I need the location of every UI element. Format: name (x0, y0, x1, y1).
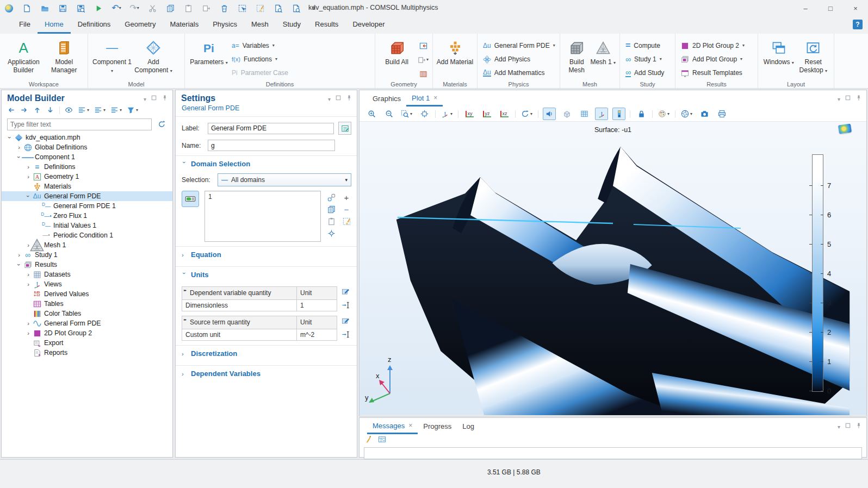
panel-pin[interactable] (855, 93, 862, 103)
tree-item-general-form-pde[interactable]: ›ΔuGeneral Form PDE (2, 191, 172, 201)
panel-pin[interactable] (346, 93, 352, 103)
find-button[interactable] (272, 3, 283, 14)
expand-icon[interactable]: › (24, 164, 32, 170)
zoom-in-button[interactable] (365, 108, 378, 120)
ribbon-windows-button[interactable]: Windows ▾ (761, 36, 796, 66)
edit-quantity-icon[interactable] (342, 317, 350, 327)
collapse-icon[interactable]: › (7, 134, 13, 141)
tree-item-general-form-pde[interactable]: ›General Form PDE (2, 318, 172, 328)
open-button[interactable] (39, 3, 50, 14)
menu-tab-definitions[interactable]: Definitions (71, 16, 118, 34)
panel-pin[interactable] (162, 93, 168, 103)
edit-quantity-icon[interactable] (342, 287, 350, 298)
unit-cell[interactable]: 1 (297, 299, 337, 311)
ribbon-mesh-1-button[interactable]: Mesh 1 ▾ (590, 36, 617, 66)
clear-selection-tool-button[interactable] (342, 216, 351, 227)
ribbon-functions-button[interactable]: f(x)Functions▾ (230, 54, 290, 65)
domain-list[interactable]: 1 (204, 191, 321, 242)
collapse-icon[interactable]: › (25, 192, 32, 200)
color-theme-button[interactable]: ▾ (657, 108, 671, 120)
view-xz-button[interactable]: xz (498, 108, 511, 120)
ribbon-general-form-pde-button[interactable]: ΔuGeneral Form PDE▾ (481, 40, 557, 51)
search-button[interactable] (290, 3, 301, 14)
snapshot-button[interactable] (698, 108, 711, 120)
tree-item-tables[interactable]: Tables (2, 299, 172, 309)
tree-item-kdv-equation-mph[interactable]: ›kdv_equation.mph (2, 133, 172, 142)
domain-list-item[interactable]: 1 (208, 193, 317, 201)
section-domain-selection[interactable]: › Domain Selection (176, 155, 357, 171)
fit-column-icon[interactable] (342, 301, 350, 311)
tree-item-results[interactable]: ›Results (2, 260, 172, 270)
panel-caret[interactable]: ▾ (144, 93, 146, 103)
name-field[interactable] (208, 140, 335, 151)
paste-selection-button[interactable] (326, 216, 336, 227)
collapse-icon[interactable]: › (16, 153, 22, 161)
show-button[interactable] (65, 106, 73, 114)
messages-tab-progress[interactable]: Progress (418, 418, 457, 434)
ribbon-work-plane-button[interactable] (417, 68, 429, 79)
copy-selection-button[interactable] (326, 204, 336, 215)
ribbon-add-physics-button[interactable]: Add Physics (481, 54, 557, 65)
panel-caret[interactable]: ▾ (328, 93, 331, 103)
scene-light-button[interactable] (560, 108, 573, 120)
filter-button[interactable]: ▾ (127, 106, 138, 114)
expand-icon[interactable]: › (24, 281, 32, 287)
save-button[interactable] (57, 3, 68, 14)
close-icon[interactable]: × (433, 94, 437, 102)
help-button[interactable]: ? (853, 20, 863, 29)
ribbon-parameters-button[interactable]: PiParameters ▾ (188, 36, 230, 66)
view-yz-button[interactable]: yz (480, 108, 493, 120)
note-button[interactable] (338, 122, 351, 135)
add-selection-button[interactable]: + (342, 192, 351, 203)
ribbon-application-builder-button[interactable]: AApplication Builder (3, 36, 44, 74)
panel-float[interactable] (845, 421, 851, 431)
section-units[interactable]: › Units (176, 266, 357, 282)
menu-tab-mesh[interactable]: Mesh (244, 16, 276, 34)
zoom-extents-button[interactable] (418, 108, 431, 120)
ribbon-study-1-button[interactable]: ∞Study 1▾ (623, 54, 666, 65)
ribbon-insert-sequence-button[interactable] (417, 40, 429, 51)
zoom-box-button[interactable]: ▾ (400, 108, 413, 120)
panel-float[interactable] (335, 93, 342, 103)
show-axis-orientation-button[interactable] (595, 108, 608, 120)
ribbon-add-component-button[interactable]: Add Component ▾ (133, 36, 174, 74)
move-up-button[interactable] (33, 106, 41, 114)
collapse-expand-down-button[interactable]: ▾ (94, 106, 106, 114)
label-field[interactable] (208, 123, 334, 134)
select-box-button[interactable] (237, 3, 247, 14)
tree-item-color-tables[interactable]: Color Tables (2, 309, 172, 318)
tree-item-component-1[interactable]: ›—Component 1 (2, 152, 172, 162)
ribbon-component-1-button[interactable]: —Component 1 ▾ (91, 36, 133, 74)
undo-button[interactable]: ↶▾ (111, 3, 122, 14)
tree-item-derived-values[interactable]: 8.85e-12Derived Values (2, 289, 172, 299)
tree-item-export[interactable]: Export (2, 338, 172, 348)
forward-button[interactable] (20, 106, 28, 114)
ribbon-reset-desktop-button[interactable]: Reset Desktop ▾ (796, 36, 831, 74)
unit-cell[interactable]: m^-2 (297, 329, 337, 340)
graphics-tab-plot-1[interactable]: Plot 1× (406, 90, 443, 107)
active-toggle-button[interactable] (182, 191, 199, 207)
fit-column-icon[interactable] (342, 330, 350, 341)
ribbon-build-mesh-button[interactable]: Build Mesh (563, 36, 590, 74)
menu-tab-home[interactable]: Home (38, 16, 71, 34)
message-table-button[interactable] (378, 435, 386, 446)
menu-tab-study[interactable]: Study (276, 16, 308, 34)
tree-item-zero-flux-1[interactable]: D—•Zero Flux 1 (2, 211, 172, 221)
expand-icon[interactable]: › (24, 271, 32, 278)
menu-tab-materials[interactable]: Materials (163, 16, 206, 34)
menu-tab-results[interactable]: Results (308, 16, 345, 34)
lock-button[interactable] (635, 108, 648, 120)
ribbon-model-manager-button[interactable]: Model Manager (44, 36, 85, 74)
messages-output[interactable] (364, 447, 862, 459)
remove-selection-button[interactable]: − (342, 204, 351, 215)
clear-selection-button[interactable] (255, 3, 265, 14)
environment-button[interactable]: ▾ (680, 108, 693, 120)
tree-item-views[interactable]: ›Views (2, 279, 172, 289)
tree-item-initial-values-1[interactable]: D—Initial Values 1 (2, 221, 172, 230)
duplicate-button[interactable] (201, 3, 212, 14)
move-down-button[interactable] (46, 106, 54, 114)
expand-icon[interactable]: › (24, 330, 32, 336)
tree-item-2d-plot-group-2[interactable]: ›2D Plot Group 2 (2, 328, 172, 338)
ribbon-parameter-case-button[interactable]: PiParameter Case (230, 67, 290, 78)
tree-item-datasets[interactable]: ›Datasets (2, 270, 172, 279)
